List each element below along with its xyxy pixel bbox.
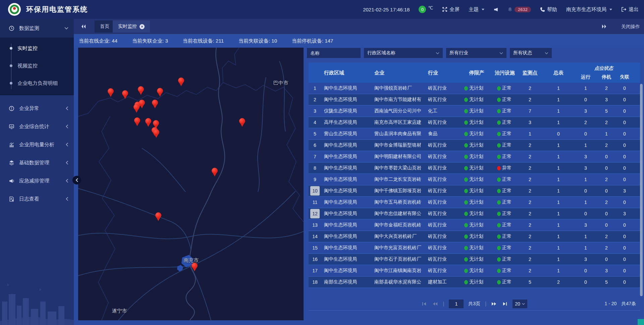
name-search-input[interactable]	[307, 48, 361, 58]
sidebar-item-video-monitor[interactable]: 视频监控	[0, 57, 74, 74]
table-row[interactable]: 6 阆中生态环境局 阆中市金博瑞新型墙材 砖瓦行业 无计划 正常 2 1 1 2…	[309, 140, 640, 151]
table-row[interactable]: 11 阆中生态环境局 阆中市五马桥页岩机砖 砖瓦行业 无计划 正常 2 1 1 …	[309, 197, 640, 208]
sidebar-group-base-data[interactable]: 基础数据管理	[0, 154, 74, 172]
table-row[interactable]: 10 阆中生态环境局 阆中千佛镇五郎垭页岩 砖瓦行业 无计划 正常 2 1 0 …	[309, 185, 640, 197]
double-chevron-left-icon	[432, 302, 438, 306]
table-row[interactable]: 9 阆中生态环境局 阆中市二龙长宝页岩砖 砖瓦行业 无计划 正常 2 1 1 2…	[309, 174, 640, 185]
table-row[interactable]: 14 阆中生态环境局 阆中大兴页岩机砖厂 砖瓦行业 无计划 正常 2 1 1 2…	[309, 231, 640, 242]
map-marker-pin[interactable]	[138, 86, 144, 95]
fullscreen-button[interactable]: 全屏	[442, 6, 460, 13]
logout-button[interactable]: 退出	[621, 6, 639, 13]
map-marker-pin[interactable]	[153, 129, 160, 138]
industry-cell: 砖瓦行业	[425, 83, 460, 94]
close-operations-button[interactable]: 关闭操作	[621, 24, 640, 30]
total-meters-cell: 2	[543, 277, 574, 287]
facility-status-cell: 正常	[493, 83, 517, 94]
facility-status-cell: 正常	[493, 94, 517, 105]
sidebar-item-realtime-monitor[interactable]: 实时监控	[0, 40, 74, 57]
lost-count-cell: 0	[615, 128, 634, 139]
running-count-cell: 1	[574, 174, 598, 185]
table-row[interactable]: 1 阆中生态环境局 阆中强锐页岩砖厂 砖瓦行业 无计划 正常 2 1 1 2 0	[309, 83, 640, 94]
stat-item: 当前在线企业: 44	[79, 38, 117, 44]
tab-close-icon[interactable]: ×	[140, 24, 145, 29]
status-select[interactable]: 所有状态	[510, 48, 552, 58]
map-marker-pin[interactable]	[133, 104, 140, 113]
theme-dropdown[interactable]: 主题	[469, 6, 484, 13]
vertical-scrollbar-thumb[interactable]	[640, 84, 643, 296]
sidebar-group-emergency-reduction[interactable]: 应急减排管理	[0, 172, 74, 190]
limit-status-cell: 无计划	[460, 128, 493, 139]
tab-home[interactable]: 首页	[95, 20, 115, 33]
table-row[interactable]: 8 阆中生态环境局 阆中市枣碧大梁山页岩 砖瓦行业 无计划 异常 2 1 3 0…	[309, 163, 640, 174]
stopped-count-cell: 0	[598, 220, 615, 230]
sidebar-group-data-monitoring[interactable]: 数据监测	[0, 19, 74, 38]
industry-select[interactable]: 所有行业	[446, 48, 506, 58]
region-cell: 阆中生态环境局	[321, 197, 372, 208]
tab-realtime-monitor[interactable]: 实时监控 ×	[113, 20, 150, 33]
map-marker-pin[interactable]	[239, 118, 246, 127]
table-row[interactable]: 2 阆中生态环境局 阆中市南方节能建材有 砖瓦行业 无计划 正常 2 1 0 3…	[309, 94, 640, 106]
stopped-count-cell: 5	[598, 106, 615, 116]
industry-cell: 砖瓦行业	[425, 220, 460, 230]
tabs-scroll-right-button[interactable]	[600, 23, 608, 30]
tabs-scroll-left-button[interactable]	[80, 23, 87, 30]
table-row[interactable]: 16 阆中生态环境局 阆中市石子页岩机砖厂 砖瓦行业 无计划 正常 2 1 3 …	[309, 254, 640, 265]
row-index-cell: 15	[309, 242, 321, 253]
mute-button[interactable]	[493, 7, 498, 12]
map-marker-pin[interactable]	[107, 88, 114, 97]
facility-status-cell: 正常	[493, 208, 517, 219]
row-index-cell: 9	[309, 174, 321, 185]
next-page-button[interactable]	[491, 302, 497, 306]
stat-label: 当前在线企业	[79, 38, 109, 44]
prev-page-button[interactable]	[432, 302, 438, 306]
first-page-button[interactable]	[421, 302, 427, 306]
map-marker-pin[interactable]	[157, 88, 163, 97]
table-row[interactable]: 12 阆中生态环境局 阆中市忠信建材有限公 砖瓦行业 无计划 正常 2 1 0 …	[309, 208, 640, 220]
sidebar-group-log-view[interactable]: 日志查看	[0, 190, 74, 208]
status-dot-icon	[464, 120, 468, 125]
stat-value: 10	[271, 38, 277, 44]
industry-cell: 砖瓦行业	[425, 231, 460, 242]
map-marker-pin[interactable]	[155, 212, 162, 221]
table-row[interactable]: 4 高坪生态环境局 南充市高坪区王家店建 砖瓦行业 无计划 正常 3 1 2 2…	[309, 117, 640, 128]
sidebar-item-power-load-detail[interactable]: 企业电力负荷明细	[0, 74, 74, 92]
map-marker-pin[interactable]	[178, 77, 184, 87]
map-marker-pin[interactable]	[211, 168, 218, 177]
region-select[interactable]: 行政区域名称	[364, 48, 443, 58]
map-canvas[interactable]: 巴中市南充市遂宁市	[78, 48, 304, 320]
map-marker-pin[interactable]	[134, 117, 141, 126]
total-meters-cell: 1	[543, 117, 574, 128]
map-marker-pin[interactable]	[145, 118, 152, 127]
status-dot-icon	[497, 246, 501, 250]
last-page-button[interactable]	[502, 302, 508, 306]
map-marker-pin[interactable]	[152, 100, 158, 109]
industry-cell: 食品	[425, 128, 460, 139]
sidebar-collapse-handle[interactable]	[72, 176, 81, 184]
total-meters-cell: 1	[543, 163, 574, 173]
table-row[interactable]: 5 营山生态环境局 营山县润丰肉食品有限 食品 无计划 正常 1 0 0 1 0	[309, 128, 640, 140]
row-number: 10	[310, 186, 320, 196]
notification-button[interactable]: 2632	[507, 7, 531, 12]
table-row[interactable]: 15 阆中生态环境局 阆中市光富页岩机砖厂 砖瓦行业 无计划 正常 2 1 1 …	[309, 242, 640, 254]
double-chevron-right-icon	[601, 24, 607, 29]
page-number-input[interactable]	[449, 300, 464, 308]
map-marker-pin[interactable]	[191, 263, 198, 272]
help-button[interactable]: 帮助	[540, 6, 557, 13]
sidebar-group-enterprise-abnormal[interactable]: 企业异常	[0, 99, 74, 117]
table-row[interactable]: 17 阆中生态环境局 阆中市江南镇阆南页岩 砖瓦行业 无计划 正常 2 1 0 …	[309, 265, 640, 277]
sidebar-group-power-analysis[interactable]: 企业用电量分析	[0, 136, 74, 154]
table-row[interactable]: 18 南部生态环境局 南部县砚华水泥有限公 建材加工 无计划 正常 5 2 0 …	[309, 277, 640, 288]
status-dot-icon	[497, 86, 501, 91]
table-row[interactable]: 7 阆中生态环境局 阆中明阳建材有限公司 砖瓦行业 无计划 正常 2 1 3 0…	[309, 151, 640, 163]
theme-label: 主题	[469, 6, 479, 13]
sidebar-group-enterprise-statistics[interactable]: 企业综合统计	[0, 117, 74, 136]
org-dropdown[interactable]: 南充市生态环境局	[566, 6, 612, 13]
table-row[interactable]: 13 阆中生态环境局 阆中市金福旺页岩机砖 砖瓦行业 无计划 正常 2 1 3 …	[309, 220, 640, 231]
table-row[interactable]: 3 仪陇生态环境局 西南油气田分公司川中 化工 无计划 正常 7 1 3 5 0	[309, 106, 640, 117]
map-marker-pin[interactable]	[122, 90, 128, 99]
double-chevron-right-icon	[491, 302, 497, 306]
page-size-select[interactable]: 20	[513, 300, 527, 308]
scrollbar-corner	[638, 319, 644, 325]
stopped-count-cell: 2	[598, 197, 615, 208]
facility-status-cell: 正常	[493, 140, 517, 151]
